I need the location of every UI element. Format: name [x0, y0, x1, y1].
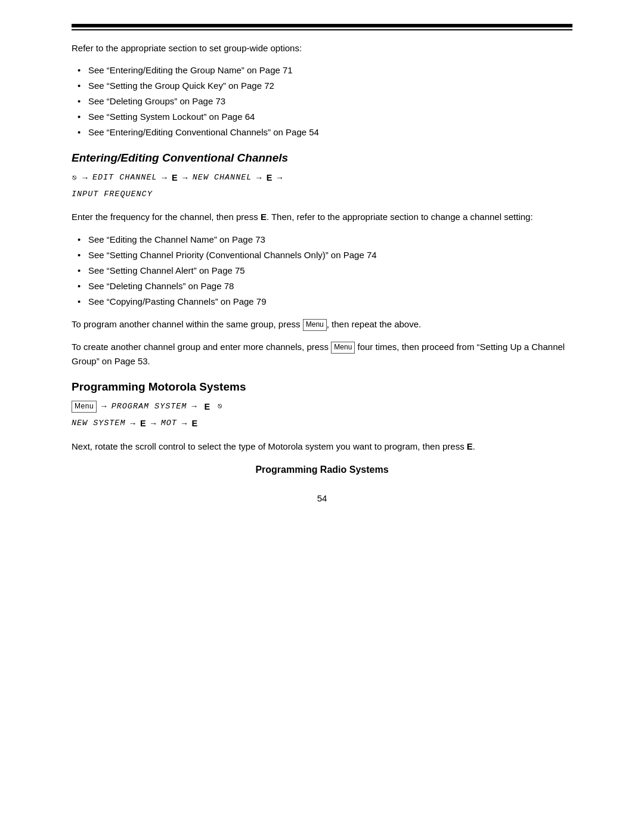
- arrow-icon: →: [190, 400, 199, 414]
- list-item: See “Deleting Channels” on Page 78: [78, 279, 572, 293]
- list-item: See “Copying/Pasting Channels” on Page 7…: [78, 295, 572, 309]
- cmd-mot: MOT: [161, 417, 177, 431]
- cmd-e3: E: [202, 400, 210, 414]
- arrow-icon: →: [255, 171, 264, 185]
- section1-command: ⎋ → EDIT CHANNEL → E → NEW CHANNEL → E →…: [72, 171, 572, 202]
- menu-badge3: Menu: [72, 401, 97, 413]
- list-item: See “Setting the Group Quick Key” on Pag…: [78, 79, 572, 93]
- top-rule-thin: [72, 29, 572, 30]
- list-item: See “Setting Channel Alert” on Page 75: [78, 264, 572, 278]
- subsection-heading: Programming Radio Systems: [72, 465, 572, 475]
- command-line-3: Menu → PROGRAM SYSTEM → E ⎋: [72, 400, 572, 414]
- list-item: See “Setting System Lockout” on Page 64: [78, 110, 572, 124]
- cmd-new-system: NEW SYSTEM: [72, 417, 125, 431]
- list-item: See “Entering/Editing the Group Name” on…: [78, 63, 572, 78]
- list-item: See “Deleting Groups” on Page 73: [78, 94, 572, 109]
- list-item: See “Editing the Channel Name” on Page 7…: [78, 233, 572, 247]
- cmd-new-channel: NEW CHANNEL: [193, 171, 252, 185]
- arrow-icon: →: [80, 171, 89, 185]
- cmd-e5: E: [191, 416, 197, 431]
- arrow-icon: →: [160, 171, 169, 185]
- cmd-edit-channel: EDIT CHANNEL: [92, 171, 157, 185]
- cmd-e4: E: [140, 416, 146, 431]
- power-icon: ⎋: [72, 172, 77, 185]
- arrow-icon: →: [100, 400, 109, 414]
- arrow-icon: →: [180, 417, 189, 431]
- arrow-icon: →: [181, 171, 190, 185]
- command-line-2: INPUT FREQUENCY: [72, 188, 572, 202]
- cmd-program-system: PROGRAM SYSTEM: [112, 400, 187, 414]
- arrow-icon: →: [128, 417, 137, 431]
- cmd-input-freq: INPUT FREQUENCY: [72, 188, 153, 202]
- intro-paragraph: Refer to the appropriate section to set …: [72, 41, 572, 55]
- section1-heading: Entering/Editing Conventional Channels: [72, 151, 572, 165]
- section1-body2: To program another channel within the sa…: [72, 317, 572, 332]
- section2-heading: Programming Motorola Systems: [72, 380, 572, 394]
- list-item: See “Setting Channel Priority (Conventio…: [78, 248, 572, 262]
- section2-body: Next, rotate the scroll control to selec…: [72, 439, 572, 454]
- page-number: 54: [72, 493, 572, 503]
- cmd-e1: E: [172, 171, 178, 185]
- section1-bullet-list: See “Editing the Channel Name” on Page 7…: [78, 233, 572, 309]
- arrow-icon: →: [149, 417, 158, 431]
- section2-command: Menu → PROGRAM SYSTEM → E ⎋ NEW SYSTEM →…: [72, 400, 572, 431]
- command-line-4: NEW SYSTEM → E → MOT → E: [72, 416, 572, 431]
- page-container: Refer to the appropriate section to set …: [0, 0, 644, 833]
- top-rule-thick: [72, 24, 572, 27]
- arrow-icon: →: [275, 171, 284, 185]
- section1-body1: Enter the frequency for the channel, the…: [72, 210, 572, 224]
- command-line-1: ⎋ → EDIT CHANNEL → E → NEW CHANNEL → E →: [72, 171, 572, 185]
- cmd-e2: E: [267, 171, 273, 185]
- menu-badge: Menu: [303, 319, 327, 331]
- section1-body3: To create another channel group and ente…: [72, 340, 572, 368]
- menu-badge2: Menu: [331, 342, 355, 354]
- power-icon2: ⎋: [213, 400, 223, 413]
- intro-bullet-list: See “Entering/Editing the Group Name” on…: [78, 63, 572, 140]
- list-item: See “Entering/Editing Conventional Chann…: [78, 125, 572, 140]
